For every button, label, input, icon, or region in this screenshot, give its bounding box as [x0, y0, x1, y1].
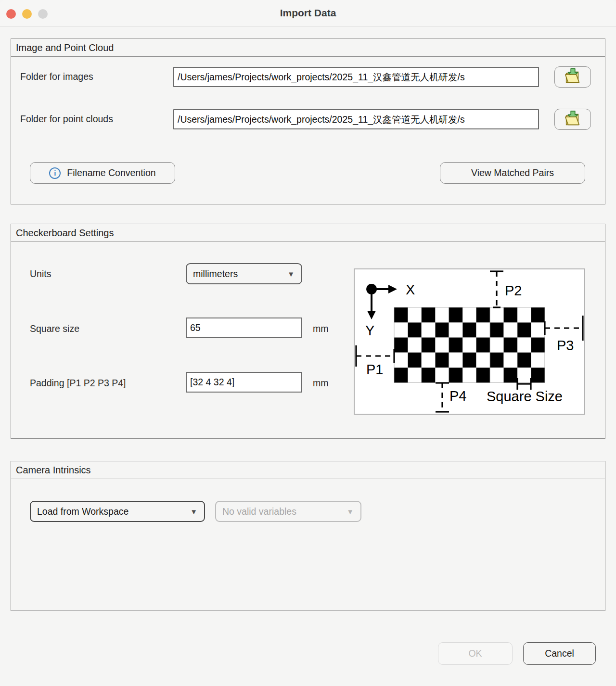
view-matched-pairs-button[interactable]: View Matched Pairs — [440, 162, 585, 184]
folder-pointclouds-input[interactable] — [173, 109, 539, 129]
checkerboard-diagram: X Y P2 P3 P1 P4 — [354, 268, 585, 415]
close-window-button[interactable] — [6, 9, 16, 19]
p2-dimension-line — [490, 271, 503, 307]
checkerboard-diagram-svg: X Y P2 P3 P1 P4 — [355, 269, 584, 414]
p3-label: P3 — [557, 338, 574, 353]
folder-images-label: Folder for images — [20, 71, 93, 82]
square-size-unit: mm — [313, 323, 329, 334]
checkerboard-settings-header: Checkerboard Settings — [11, 224, 605, 242]
window-title: Import Data — [280, 7, 336, 19]
ok-button[interactable]: OK — [438, 642, 513, 665]
p3-dimension-line — [545, 316, 583, 341]
image-point-cloud-header: Image and Point Cloud — [11, 39, 605, 57]
units-dropdown[interactable]: millimeters ▼ — [186, 263, 302, 284]
chevron-down-icon: ▼ — [346, 508, 354, 516]
units-label: Units — [30, 268, 51, 279]
p1-label: P1 — [366, 362, 383, 377]
camera-intrinsics-header: Camera Intrinsics — [11, 461, 605, 479]
filename-convention-button[interactable]: i Filename Convention — [30, 162, 175, 184]
intrinsics-source-value: Load from Workspace — [37, 506, 128, 517]
intrinsics-source-dropdown[interactable]: Load from Workspace ▼ — [30, 501, 205, 522]
minimize-window-button[interactable] — [22, 9, 32, 19]
title-bar: Import Data — [0, 0, 616, 26]
chevron-down-icon: ▼ — [287, 270, 295, 278]
square-size-diagram-label: Square Size — [487, 389, 563, 404]
open-folder-import-icon — [563, 67, 583, 87]
padding-label: Padding [P1 P2 P3 P4] — [30, 378, 126, 389]
origin-axes-icon — [366, 284, 397, 319]
info-icon: i — [49, 167, 61, 179]
padding-unit: mm — [313, 378, 329, 389]
y-axis-label: Y — [365, 323, 374, 338]
units-dropdown-value: millimeters — [193, 268, 238, 279]
folder-pointclouds-label: Folder for point clouds — [20, 114, 113, 125]
chevron-down-icon: ▼ — [190, 508, 197, 516]
p4-label: P4 — [449, 388, 466, 404]
p4-dimension-line — [436, 383, 449, 412]
cancel-button[interactable]: Cancel — [523, 642, 596, 665]
intrinsics-variables-dropdown[interactable]: No valid variables ▼ — [215, 501, 361, 522]
filename-convention-label: Filename Convention — [67, 167, 155, 178]
zoom-window-button[interactable] — [38, 9, 48, 19]
square-size-label: Square size — [30, 323, 79, 334]
p2-label: P2 — [505, 283, 522, 298]
padding-input[interactable] — [186, 372, 302, 393]
intrinsics-variables-value: No valid variables — [222, 506, 296, 517]
view-matched-pairs-label: View Matched Pairs — [471, 167, 554, 178]
camera-intrinsics-panel: Camera Intrinsics — [11, 461, 605, 611]
open-folder-import-icon — [563, 110, 583, 129]
square-size-input[interactable] — [186, 318, 302, 338]
browse-images-folder-button[interactable] — [554, 66, 591, 88]
browse-pointclouds-folder-button[interactable] — [554, 109, 591, 130]
x-axis-label: X — [406, 282, 415, 297]
checkerboard-squares — [394, 307, 545, 383]
window-controls — [6, 9, 48, 19]
folder-images-input[interactable] — [173, 67, 539, 87]
